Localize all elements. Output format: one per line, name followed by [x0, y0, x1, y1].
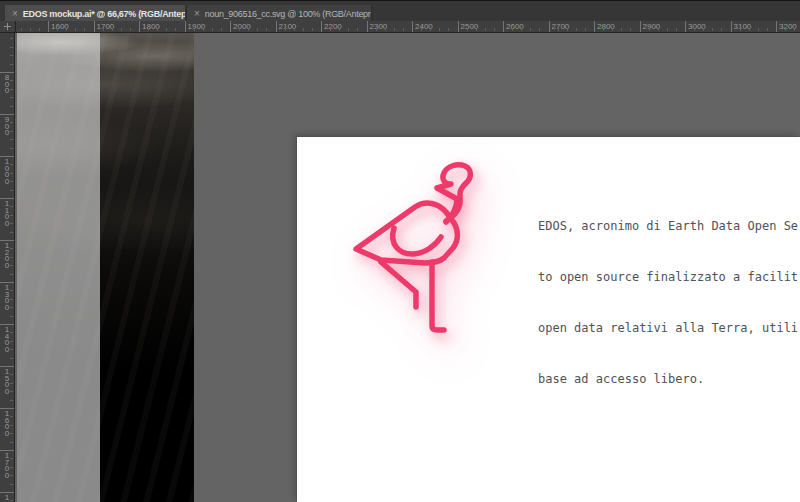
text-line: open data relativi alla Terra, utili: [538, 320, 798, 337]
flamingo-leg: [432, 262, 444, 330]
vertical-ruler[interactable]: 8 0 09 0 01 0 0 01 1 0 01 2 0 01 3 0 01 …: [0, 33, 15, 502]
text-line: EDOS, acronimo di Earth Data Open Se: [538, 218, 798, 235]
document-tab-bar: × EDOS mockup.ai* @ 66,67% (RGB/Anteprim…: [0, 0, 800, 21]
tab-title: noun_906516_cc.svg @ 100% (RGB/Anteprima…: [205, 9, 372, 19]
text-line: to open source finalizzato a facilit: [538, 269, 798, 286]
horizontal-ruler[interactable]: 1600170018001900200021002200230024002500…: [0, 21, 800, 33]
close-icon[interactable]: ×: [194, 9, 200, 19]
tab-edos-mockup[interactable]: × EDOS mockup.ai* @ 66,67% (RGB/Anteprim…: [5, 5, 185, 22]
flamingo-wing: [393, 228, 441, 254]
ruler-origin-corner[interactable]: [0, 21, 16, 33]
text-line: base ad accesso libero.: [538, 371, 798, 388]
crosshair-icon: [4, 26, 11, 27]
illustrator-window: × EDOS mockup.ai* @ 66,67% (RGB/Anteprim…: [0, 0, 800, 502]
description-text[interactable]: EDOS, acronimo di Earth Data Open Se to …: [538, 184, 798, 422]
tab-title: EDOS mockup.ai* @ 66,67% (RGB/Anteprima): [23, 9, 185, 19]
flamingo-logo[interactable]: [353, 161, 513, 361]
tab-noun-svg[interactable]: × noun_906516_cc.svg @ 100% (RGB/Antepri…: [186, 5, 372, 22]
close-icon[interactable]: ×: [12, 9, 18, 19]
placed-photo-faded-region: [17, 33, 100, 502]
flamingo-neck-head: [437, 165, 470, 222]
flamingo-bent-leg: [381, 262, 416, 307]
